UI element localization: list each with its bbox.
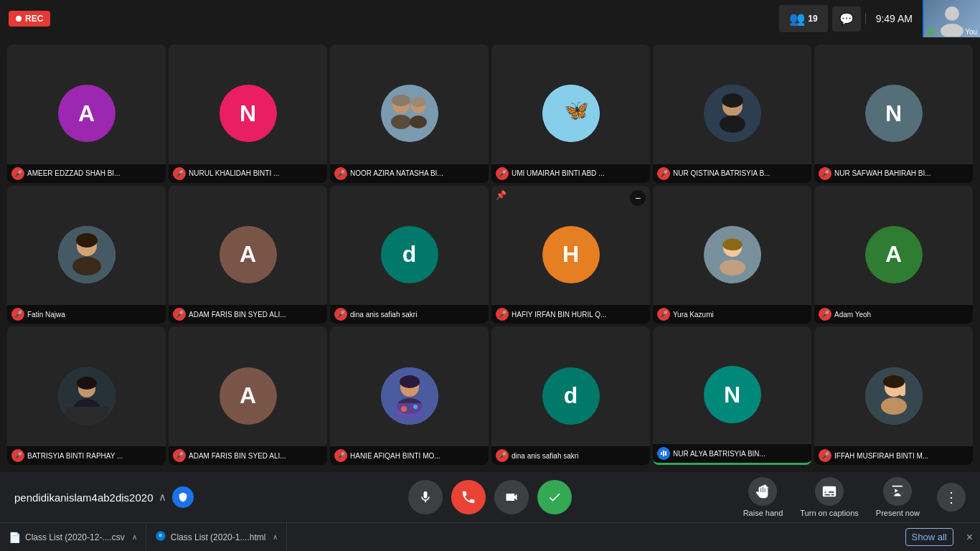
time-display: 9:49 AM bbox=[865, 13, 923, 24]
self-preview: You bbox=[923, 0, 980, 37]
participant-avatar: A bbox=[58, 85, 116, 142]
taskbar: 📄 Class List (2020-12-....csv ∧ Class Li… bbox=[0, 522, 980, 551]
svg-text:🦋: 🦋 bbox=[564, 98, 589, 122]
mute-icon: 🎤 bbox=[819, 308, 831, 321]
security-icon-button[interactable] bbox=[172, 486, 194, 508]
top-right-controls: 👥 19 💬 9:49 AM You bbox=[779, 0, 980, 37]
svg-point-18 bbox=[76, 233, 98, 248]
svg-rect-34 bbox=[661, 452, 662, 455]
svg-point-4 bbox=[391, 115, 411, 129]
right-controls: Raise hand Turn on captions Present now … bbox=[743, 477, 966, 517]
chat-icon: 💬 bbox=[839, 12, 854, 26]
more-options-button[interactable]: ⋮ bbox=[937, 483, 966, 512]
participant-label: ADAM FARIS BIN SYED ALI... bbox=[189, 452, 286, 460]
participant-avatar: A bbox=[220, 226, 277, 283]
svg-point-14 bbox=[722, 93, 743, 108]
participant-tile: 🎤 BATRISYIA BINTI RAPHAY ... bbox=[7, 326, 166, 465]
svg-point-13 bbox=[720, 116, 745, 133]
raise-hand-icon bbox=[748, 477, 777, 506]
participant-avatar bbox=[381, 367, 438, 425]
meeting-name-text: pendidikanislam4ab2dis2020 bbox=[14, 491, 153, 504]
participant-tile: A 🎤 Adam Yeoh bbox=[814, 186, 973, 324]
taskbar-close-button[interactable]: × bbox=[959, 531, 980, 544]
edge-icon bbox=[155, 530, 166, 544]
raise-hand-label: Raise hand bbox=[743, 509, 783, 517]
participant-label: dina anis safiah sakri bbox=[512, 452, 578, 460]
participant-tile: A 🎤 ADAM FARIS BIN SYED ALI... bbox=[169, 326, 327, 465]
participant-name-bar: 🎤 UMI UMAIRAH BINTI ABD ... bbox=[491, 164, 650, 183]
mute-icon: 🎤 bbox=[11, 308, 24, 321]
participant-tile-nur-alya: N NUR ALYA BATRISYIA BIN... bbox=[653, 326, 811, 465]
svg-rect-31 bbox=[397, 403, 423, 418]
participant-name-bar: 🎤 IFFAH MUSFIRAH BINTI M... bbox=[814, 446, 973, 465]
participant-label: AMEER EDZZAD SHAH BI... bbox=[27, 169, 120, 177]
participant-tile: 🎤 HANIE AFIQAH BINTI MO... bbox=[330, 326, 489, 465]
participants-count: 19 bbox=[808, 14, 817, 24]
mute-icon: 🎤 bbox=[334, 449, 347, 462]
mute-icon: 🎤 bbox=[173, 167, 186, 180]
participant-avatar bbox=[704, 226, 761, 283]
taskbar-html-arrow[interactable]: ∧ bbox=[273, 533, 278, 541]
participant-label: Yura Kazumi bbox=[673, 311, 714, 319]
taskbar-item-html[interactable]: Class List (2020-1....html ∧ bbox=[146, 523, 288, 551]
participant-avatar: A bbox=[865, 226, 923, 283]
participant-name-bar: 🎤 NUR QISTINA BATRISYIA B... bbox=[653, 164, 811, 183]
mute-icon: 🎤 bbox=[11, 449, 24, 462]
rec-label: REC bbox=[25, 14, 43, 24]
chat-button[interactable]: 💬 bbox=[832, 6, 861, 32]
self-audio-bars bbox=[927, 27, 935, 34]
svg-point-8 bbox=[410, 97, 426, 107]
participant-label: IFFAH MUSFIRAH BINTI M... bbox=[834, 452, 928, 460]
taskbar-html-label: Class List (2020-1....html bbox=[171, 532, 266, 542]
participant-name-bar: 🎤 dina anis safiah sakri bbox=[491, 446, 650, 465]
show-all-button[interactable]: Show all bbox=[905, 528, 953, 546]
check-button[interactable] bbox=[537, 480, 572, 514]
participant-avatar: N bbox=[704, 366, 761, 423]
participant-label: NUR ALYA BATRISYIA BIN... bbox=[673, 450, 765, 458]
participant-tile: 🎤 Yura Kazumi bbox=[653, 186, 811, 324]
mute-icon: 🎤 bbox=[657, 167, 670, 180]
svg-point-41 bbox=[883, 375, 905, 388]
pin-indicator: 📌 bbox=[496, 190, 507, 200]
participant-tile-hafiy: 📌 − H 🎤 HAFIY IRFAN BIN HURIL Q... bbox=[491, 186, 650, 324]
participant-name-bar: 🎤 Fatin Najwa bbox=[7, 305, 166, 324]
end-call-button[interactable] bbox=[451, 480, 486, 514]
participant-label: ADAM FARIS BIN SYED ALI... bbox=[189, 311, 286, 319]
participant-label: HAFIY IRFAN BIN HURIL Q... bbox=[512, 311, 606, 319]
participant-name-bar: 🎤 NURUL KHALIDAH BINTI ... bbox=[169, 164, 327, 183]
microphone-button[interactable] bbox=[408, 480, 443, 514]
participant-label: NURUL KHALIDAH BINTI ... bbox=[189, 169, 279, 177]
captions-button[interactable]: Turn on captions bbox=[800, 477, 859, 517]
present-button[interactable]: Present now bbox=[876, 477, 920, 517]
remove-pin-button[interactable]: − bbox=[630, 190, 646, 206]
participant-tile: N 🎤 NURUL KHALIDAH BINTI ... bbox=[169, 44, 327, 183]
mute-icon: 🎤 bbox=[496, 167, 509, 180]
participant-name-bar: 🎤 NOOR AZIRA NATASHA BI... bbox=[330, 164, 489, 183]
svg-point-39 bbox=[881, 397, 907, 415]
taskbar-item-csv[interactable]: 📄 Class List (2020-12-....csv ∧ bbox=[0, 523, 146, 551]
participant-tile: 🎤 Fatin Najwa bbox=[7, 186, 166, 324]
raise-hand-button[interactable]: Raise hand bbox=[743, 477, 783, 517]
participant-label: HANIE AFIQAH BINTI MO... bbox=[350, 452, 440, 460]
participant-name-bar: 🎤 NUR SAFWAH BAHIRAH BI... bbox=[814, 164, 973, 183]
captions-icon bbox=[815, 477, 844, 506]
participant-label: UMI UMAIRAH BINTI ABD ... bbox=[512, 169, 604, 177]
participant-name-bar: 🎤 BATRISYIA BINTI RAPHAY ... bbox=[7, 446, 166, 465]
mute-icon: 🎤 bbox=[496, 308, 509, 321]
camera-button[interactable] bbox=[494, 480, 529, 514]
participant-tile: A 🎤 AMEER EDZZAD SHAH BI... bbox=[7, 44, 166, 183]
taskbar-csv-arrow[interactable]: ∧ bbox=[132, 533, 137, 541]
participant-tile: 🎤 NOOR AZIRA NATASHA BI... bbox=[330, 44, 489, 183]
participant-label: Adam Yeoh bbox=[834, 311, 871, 319]
participants-icon: 👥 bbox=[789, 11, 805, 27]
participant-avatar: d bbox=[542, 367, 600, 425]
meeting-chevron-icon[interactable]: ∧ bbox=[159, 491, 166, 504]
participants-button[interactable]: 👥 19 bbox=[779, 5, 827, 32]
participant-avatar bbox=[704, 85, 761, 142]
svg-point-26 bbox=[77, 377, 97, 390]
participant-avatar bbox=[58, 226, 116, 283]
participant-name-bar: NUR ALYA BATRISYIA BIN... bbox=[653, 444, 811, 463]
mute-icon: 🎤 bbox=[11, 167, 24, 180]
participant-avatar: N bbox=[865, 85, 923, 142]
center-controls bbox=[408, 480, 572, 514]
